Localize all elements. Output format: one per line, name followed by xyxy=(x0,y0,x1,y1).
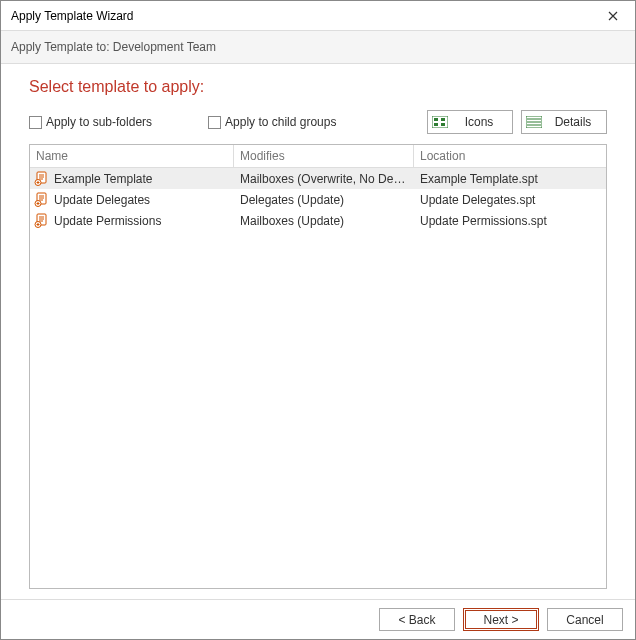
icons-view-icon xyxy=(432,115,448,129)
wizard-footer: < Back Next > Cancel xyxy=(1,599,635,639)
back-button[interactable]: < Back xyxy=(379,608,455,631)
template-icon xyxy=(34,213,50,229)
window-title: Apply Template Wizard xyxy=(11,9,134,23)
svg-rect-1 xyxy=(434,118,438,121)
apply-child-groups-label: Apply to child groups xyxy=(225,115,336,129)
wizard-window: Apply Template Wizard Apply Template to:… xyxy=(0,0,636,640)
cancel-button[interactable]: Cancel xyxy=(547,608,623,631)
controls-row: Apply to sub-folders Apply to child grou… xyxy=(29,110,607,134)
cell-name: Example Template xyxy=(30,171,234,187)
cell-location: Example Template.spt xyxy=(414,172,606,186)
svg-rect-4 xyxy=(441,123,445,126)
view-details-button[interactable]: Details xyxy=(521,110,607,134)
table-row[interactable]: Example TemplateMailboxes (Overwrite, No… xyxy=(30,168,606,189)
cell-modifies: Delegates (Update) xyxy=(234,193,414,207)
template-name: Update Permissions xyxy=(54,214,161,228)
cell-name: Update Delegates xyxy=(30,192,234,208)
close-icon xyxy=(608,11,618,21)
col-header-name[interactable]: Name xyxy=(30,145,234,167)
cell-location: Update Permissions.spt xyxy=(414,214,606,228)
table-row[interactable]: Update PermissionsMailboxes (Update)Upda… xyxy=(30,210,606,231)
table-header: Name Modifies Location xyxy=(30,145,606,168)
view-icons-button[interactable]: Icons xyxy=(427,110,513,134)
cell-location: Update Delegates.spt xyxy=(414,193,606,207)
template-name: Update Delegates xyxy=(54,193,150,207)
titlebar: Apply Template Wizard xyxy=(1,1,635,31)
template-icon xyxy=(34,192,50,208)
page-heading: Select template to apply: xyxy=(29,78,607,96)
table-row[interactable]: Update DelegatesDelegates (Update)Update… xyxy=(30,189,606,210)
svg-rect-2 xyxy=(441,118,445,121)
table-body: Example TemplateMailboxes (Overwrite, No… xyxy=(30,168,606,588)
template-icon xyxy=(34,171,50,187)
template-name: Example Template xyxy=(54,172,153,186)
apply-sub-folders-checkbox[interactable]: Apply to sub-folders xyxy=(29,115,152,129)
col-header-location[interactable]: Location xyxy=(414,145,606,167)
col-header-modifies[interactable]: Modifies xyxy=(234,145,414,167)
checkbox-box-icon xyxy=(29,116,42,129)
view-details-label: Details xyxy=(548,115,598,129)
details-view-icon xyxy=(526,115,542,129)
cell-modifies: Mailboxes (Update) xyxy=(234,214,414,228)
cell-name: Update Permissions xyxy=(30,213,234,229)
view-icons-label: Icons xyxy=(454,115,504,129)
content-area: Select template to apply: Apply to sub-f… xyxy=(1,64,635,599)
close-button[interactable] xyxy=(591,1,635,30)
svg-rect-3 xyxy=(434,123,438,126)
subtitle-text: Apply Template to: Development Team xyxy=(11,40,216,54)
checkbox-box-icon xyxy=(208,116,221,129)
apply-sub-folders-label: Apply to sub-folders xyxy=(46,115,152,129)
svg-rect-0 xyxy=(432,116,448,128)
subtitle-bar: Apply Template to: Development Team xyxy=(1,31,635,64)
apply-child-groups-checkbox[interactable]: Apply to child groups xyxy=(208,115,336,129)
next-button[interactable]: Next > xyxy=(463,608,539,631)
templates-table: Name Modifies Location Example TemplateM… xyxy=(29,144,607,589)
cell-modifies: Mailboxes (Overwrite, No Delete), … xyxy=(234,172,414,186)
